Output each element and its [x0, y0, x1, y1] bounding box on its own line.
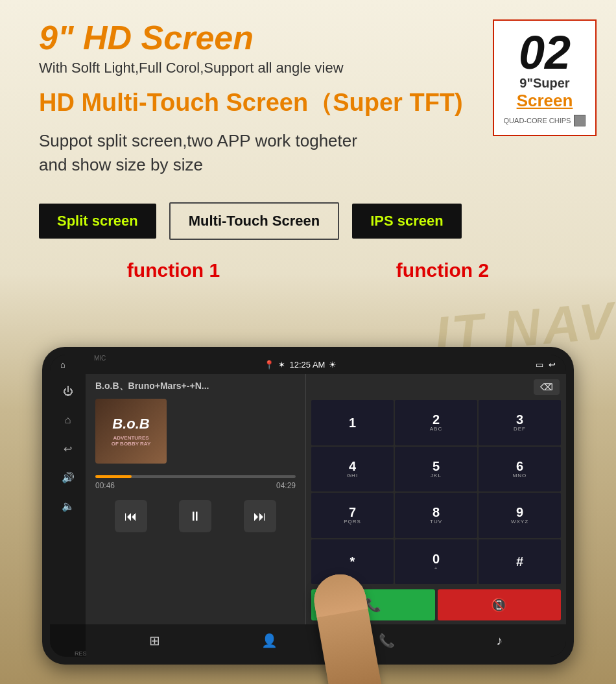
- status-bar-center: 📍 ✶ 12:25 AM ☀: [264, 360, 337, 370]
- support-text: Suppot split screen,two APP work toghete…: [39, 129, 441, 176]
- keypad-grid: 1 2ABC 3DEF 4GHI: [306, 397, 566, 587]
- badge-super: 9"Super: [519, 76, 569, 91]
- home-icon: ⌂: [60, 360, 65, 370]
- badge-quad-label: QUAD-CORE CHIPS: [504, 115, 586, 126]
- screen-content: ⏻ ⌂ ↩ 🔊 🔈 B.o.B、Bruno+Mars+-+N...: [50, 374, 566, 624]
- bottom-navigation: RES ⊞ 👤 📞 ♪: [50, 624, 566, 657]
- dialpad-nav-icon[interactable]: ⊞: [144, 628, 165, 654]
- key-7[interactable]: 7PQRS: [311, 493, 394, 538]
- function-labels: function 1 function 2: [0, 253, 616, 288]
- status-time: 12:25 AM: [289, 360, 325, 370]
- chip-icon: [574, 115, 586, 126]
- music-nav-icon[interactable]: ♪: [491, 628, 508, 654]
- hangup-button[interactable]: 📵: [438, 589, 562, 620]
- bottom-nav-left-spacer: RES: [50, 624, 86, 657]
- mic-label: MIC: [94, 355, 106, 362]
- album-art-area: B.o.B ADVENTURESOF BOBBY RAY: [86, 395, 305, 467]
- back-icon: ↩: [549, 360, 556, 370]
- music-controls: ⏮ ⏸ ⏭: [86, 493, 305, 539]
- key-3[interactable]: 3DEF: [479, 400, 561, 445]
- call-buttons: 📞 📵: [306, 587, 566, 624]
- call-button[interactable]: 📞: [311, 589, 435, 620]
- key-1[interactable]: 1: [311, 400, 394, 445]
- phone-dialer-panel: ⌫ 1 2ABC 3DEF: [306, 374, 566, 624]
- time-current: 00:46: [95, 481, 115, 490]
- res-label: RES: [75, 650, 87, 657]
- album-art: B.o.B ADVENTURESOF BOBBY RAY: [95, 399, 167, 464]
- brightness-icon: ☀: [329, 360, 337, 370]
- back-sidebar-icon[interactable]: ↩: [60, 441, 76, 456]
- top-section: 02 9"Super Screen QUAD-CORE CHIPS 9" HD …: [0, 0, 616, 189]
- bottom-nav-icons: ⊞ 👤 📞 ♪: [86, 624, 566, 657]
- volume-down-icon[interactable]: 🔈: [60, 498, 76, 513]
- music-title: B.o.B、Bruno+Mars+-+N...: [86, 374, 305, 395]
- backspace-button[interactable]: ⌫: [534, 379, 560, 395]
- status-bar: ⌂ 📍 ✶ 12:25 AM ☀ ▭ ↩: [50, 355, 566, 374]
- left-sidebar: ⏻ ⌂ ↩ 🔊 🔈: [50, 374, 86, 624]
- pin-icon: 📍: [264, 360, 274, 370]
- progress-bar[interactable]: [95, 475, 296, 478]
- function-2-label: function 2: [396, 259, 489, 281]
- badge-screen-label: Screen: [517, 91, 573, 111]
- contacts-nav-icon[interactable]: 👤: [256, 628, 283, 654]
- product-badge: 02 9"Super Screen QUAD-CORE CHIPS: [493, 19, 597, 136]
- split-screen-area: B.o.B、Bruno+Mars+-+N... B.o.B ADVENTURES…: [86, 374, 566, 624]
- recents-nav-icon[interactable]: 📞: [373, 628, 400, 654]
- time-total: 04:29: [276, 481, 296, 490]
- progress-fill: [95, 475, 132, 478]
- key-2[interactable]: 2ABC: [395, 400, 477, 445]
- play-pause-button[interactable]: ⏸: [179, 500, 211, 532]
- dialer-header: ⌫: [306, 374, 566, 397]
- support-text-line1: Suppot split screen,two APP work toghete…: [39, 131, 357, 150]
- support-text-line2: and show size by size: [39, 155, 203, 174]
- status-bar-right: ▭ ↩: [536, 360, 556, 370]
- volume-up-icon[interactable]: 🔊: [60, 469, 76, 485]
- home-sidebar-icon[interactable]: ⌂: [60, 412, 76, 428]
- power-icon[interactable]: ⏻: [60, 384, 76, 399]
- device-screen: ⌂ 📍 ✶ 12:25 AM ☀ ▭ ↩: [50, 355, 566, 657]
- main-container: 02 9"Super Screen QUAD-CORE CHIPS 9" HD …: [0, 0, 616, 684]
- key-8[interactable]: 8TUV: [395, 493, 477, 538]
- key-4[interactable]: 4GHI: [311, 447, 394, 492]
- key-9[interactable]: 9WXYZ: [479, 493, 561, 538]
- window-icon: ▭: [536, 360, 543, 370]
- key-6[interactable]: 6MNO: [479, 447, 561, 492]
- next-button[interactable]: ⏭: [244, 500, 276, 532]
- badge-number: 02: [519, 29, 571, 76]
- key-5[interactable]: 5JKL: [395, 447, 477, 492]
- split-screen-button[interactable]: Split screen: [39, 204, 156, 239]
- ips-screen-button[interactable]: IPS screen: [352, 204, 462, 239]
- device-mockup: MIC ⌂ 📍 ✶ 12:25 AM ☀ ▭ ↩: [42, 347, 574, 684]
- key-hash[interactable]: #: [479, 539, 561, 585]
- progress-area: 00:46 04:29: [86, 467, 305, 493]
- key-0[interactable]: 0+: [395, 539, 477, 585]
- key-star[interactable]: *: [311, 539, 394, 585]
- status-bar-left: ⌂: [60, 360, 65, 370]
- feature-buttons: Split screen Multi-Touch Screen IPS scre…: [0, 189, 616, 253]
- bluetooth-icon: ✶: [278, 360, 285, 370]
- function-1-label: function 1: [127, 259, 220, 281]
- device-outer-frame: MIC ⌂ 📍 ✶ 12:25 AM ☀ ▭ ↩: [42, 347, 574, 665]
- multitouch-screen-button[interactable]: Multi-Touch Screen: [169, 202, 340, 240]
- time-labels: 00:46 04:29: [95, 481, 296, 490]
- music-player-panel: B.o.B、Bruno+Mars+-+N... B.o.B ADVENTURES…: [86, 374, 306, 624]
- prev-button[interactable]: ⏮: [115, 500, 147, 532]
